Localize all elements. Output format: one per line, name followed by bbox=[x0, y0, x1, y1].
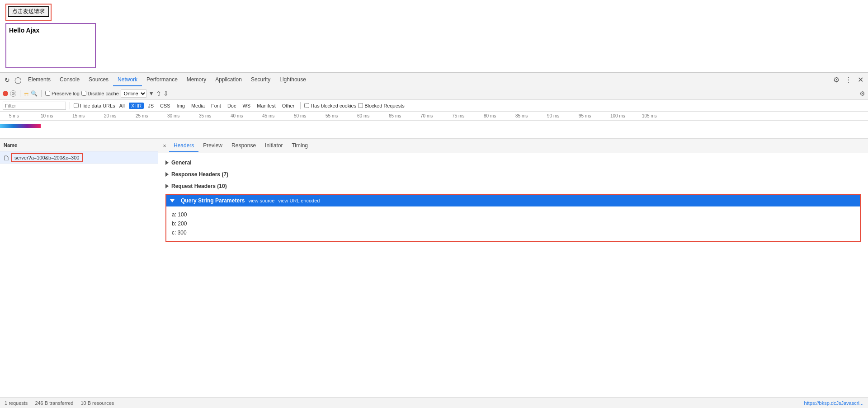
filter-input[interactable] bbox=[3, 102, 66, 110]
disable-cache-label[interactable]: Disable cache bbox=[81, 91, 119, 96]
separator bbox=[20, 90, 20, 97]
timeline-waterfall bbox=[0, 121, 868, 139]
page-content: 点击发送请求 Hello Ajax bbox=[0, 0, 868, 72]
device-icon-btn[interactable]: ◯ bbox=[13, 75, 24, 85]
import-icon[interactable]: ⇧ bbox=[156, 90, 161, 97]
close-devtools-icon[interactable]: ✕ bbox=[855, 74, 866, 86]
send-request-button[interactable]: 点击发送请求 bbox=[8, 6, 49, 17]
detail-tab-initiator[interactable]: Initiator bbox=[260, 140, 287, 152]
filter-doc-btn[interactable]: Doc bbox=[225, 103, 239, 109]
tab-performance[interactable]: Performance bbox=[142, 74, 182, 86]
status-url: https://bksp.dcJsJavascri... bbox=[804, 400, 863, 406]
tick-95ms: 95 ms bbox=[579, 112, 591, 120]
query-string-section: Query String Parameters view source view… bbox=[165, 194, 861, 242]
more-options-icon[interactable]: ⋮ bbox=[842, 74, 855, 86]
tick-40ms: 40 ms bbox=[231, 112, 243, 120]
throttle-select[interactable]: Online bbox=[121, 89, 147, 98]
details-tabs: × Headers Preview Response Initiator Tim… bbox=[158, 139, 868, 153]
preserve-log-checkbox[interactable] bbox=[45, 91, 50, 96]
filter-ws-btn[interactable]: WS bbox=[240, 103, 253, 109]
response-headers-section-title: Response Headers (7) bbox=[171, 171, 228, 178]
filter-img-btn[interactable]: Img bbox=[175, 103, 187, 109]
detail-tab-headers[interactable]: Headers bbox=[169, 140, 198, 152]
tick-5ms: 5 ms bbox=[9, 112, 19, 120]
request-headers-section-title: Request Headers (10) bbox=[171, 183, 227, 189]
cursor-icon-btn[interactable]: ↻ bbox=[2, 75, 13, 85]
requests-list: server?a=100&b=200&c=300 bbox=[0, 151, 158, 397]
general-section-header[interactable]: General bbox=[165, 157, 861, 169]
devtools-toolbar: ↻ ◯ Elements Console Sources Network Per… bbox=[0, 73, 868, 87]
tick-45ms: 45 ms bbox=[262, 112, 274, 120]
stop-button[interactable]: ⊘ bbox=[10, 90, 16, 97]
qs-value-a: 100 bbox=[178, 211, 187, 218]
detail-tab-response[interactable]: Response bbox=[227, 140, 260, 152]
timeline-bar: 5 ms 10 ms 15 ms 20 ms 25 ms 30 ms 35 ms… bbox=[0, 112, 868, 139]
devtools-panel: ↻ ◯ Elements Console Sources Network Per… bbox=[0, 72, 868, 408]
filter-all-btn[interactable]: All bbox=[117, 103, 127, 109]
blocked-requests-text: Blocked Requests bbox=[364, 103, 405, 108]
filter-js-btn[interactable]: JS bbox=[146, 103, 156, 109]
response-headers-section-header[interactable]: Response Headers (7) bbox=[165, 169, 861, 180]
hide-data-urls-label[interactable]: Hide data URLs bbox=[74, 103, 115, 108]
settings-gear-icon[interactable]: ⚙ bbox=[830, 74, 842, 86]
browser-page: 点击发送请求 Hello Ajax ↻ ◯ Elements Console S… bbox=[0, 0, 868, 408]
detail-tab-timing[interactable]: Timing bbox=[287, 140, 312, 152]
hide-data-urls-text: Hide data URLs bbox=[80, 103, 115, 108]
filter-icon[interactable]: ⚎ bbox=[24, 90, 29, 97]
network-settings-icon[interactable]: ⚙ bbox=[859, 90, 865, 97]
separator2 bbox=[41, 90, 42, 97]
has-blocked-cookies-text: Has blocked cookies bbox=[311, 103, 356, 108]
has-blocked-cookies-checkbox[interactable] bbox=[304, 103, 309, 108]
tab-lighthouse[interactable]: Lighthouse bbox=[275, 74, 311, 86]
cursor-icon: ↻ bbox=[5, 76, 10, 84]
view-source-link[interactable]: view source bbox=[248, 198, 274, 203]
tab-console[interactable]: Console bbox=[55, 74, 84, 86]
blocked-requests-label[interactable]: Blocked Requests bbox=[358, 103, 405, 108]
query-string-triangle-icon bbox=[170, 199, 175, 202]
tick-20ms: 20 ms bbox=[104, 112, 116, 120]
tab-application[interactable]: Application bbox=[211, 74, 246, 86]
general-section-title: General bbox=[171, 159, 192, 166]
view-url-encoded-link[interactable]: view URL encoded bbox=[278, 198, 320, 203]
throttle-dropdown-icon[interactable]: ▼ bbox=[149, 90, 154, 97]
filter-font-btn[interactable]: Font bbox=[209, 103, 223, 109]
detail-tab-preview[interactable]: Preview bbox=[198, 140, 227, 152]
filter-sep2 bbox=[300, 102, 301, 109]
tick-80ms: 80 ms bbox=[484, 112, 496, 120]
tick-15ms: 15 ms bbox=[72, 112, 85, 120]
blocked-requests-checkbox[interactable] bbox=[358, 103, 363, 108]
details-panel: × Headers Preview Response Initiator Tim… bbox=[158, 139, 868, 397]
tab-memory[interactable]: Memory bbox=[182, 74, 211, 86]
disable-cache-text: Disable cache bbox=[88, 91, 119, 96]
search-icon[interactable]: 🔍 bbox=[31, 90, 38, 97]
request-name-box[interactable]: server?a=100&b=200&c=300 bbox=[11, 153, 83, 162]
tab-sources[interactable]: Sources bbox=[84, 74, 113, 86]
tick-65ms: 65 ms bbox=[389, 112, 401, 120]
request-item[interactable]: server?a=100&b=200&c=300 bbox=[0, 151, 158, 164]
tick-50ms: 50 ms bbox=[294, 112, 306, 120]
tick-10ms: 10 ms bbox=[41, 112, 53, 120]
hide-data-urls-checkbox[interactable] bbox=[74, 103, 79, 108]
resources-size: 10 B resources bbox=[80, 400, 114, 406]
filter-css-btn[interactable]: CSS bbox=[158, 103, 173, 109]
filter-media-btn[interactable]: Media bbox=[189, 103, 207, 109]
response-headers-triangle-icon bbox=[165, 172, 169, 177]
request-headers-section-header[interactable]: Request Headers (10) bbox=[165, 180, 861, 192]
requests-count: 1 requests bbox=[5, 400, 28, 406]
disable-cache-checkbox[interactable] bbox=[81, 91, 86, 96]
tab-elements[interactable]: Elements bbox=[24, 74, 55, 86]
filter-manifest-btn[interactable]: Manifest bbox=[255, 103, 278, 109]
preserve-log-label[interactable]: Preserve log bbox=[45, 91, 80, 96]
filter-other-btn[interactable]: Other bbox=[280, 103, 297, 109]
export-icon[interactable]: ⇩ bbox=[163, 90, 169, 97]
tab-security[interactable]: Security bbox=[246, 74, 275, 86]
result-text: Hello Ajax bbox=[9, 27, 39, 34]
close-details-button[interactable]: × bbox=[160, 141, 169, 150]
tab-network[interactable]: Network bbox=[113, 74, 142, 86]
tick-25ms: 25 ms bbox=[136, 112, 148, 120]
request-name: server?a=100&b=200&c=300 bbox=[14, 155, 79, 160]
query-string-section-header[interactable]: Query String Parameters view source view… bbox=[166, 195, 860, 206]
filter-xhr-btn[interactable]: XHR bbox=[129, 103, 144, 109]
has-blocked-cookies-label[interactable]: Has blocked cookies bbox=[304, 103, 356, 108]
record-button[interactable] bbox=[3, 91, 8, 96]
